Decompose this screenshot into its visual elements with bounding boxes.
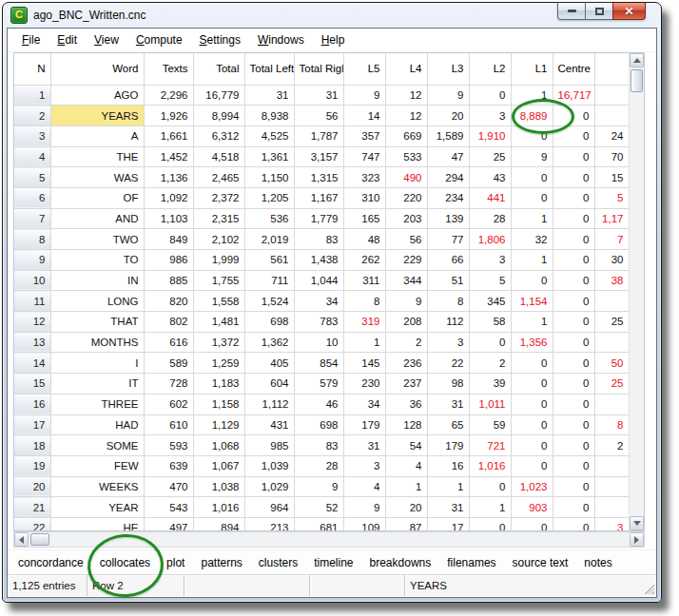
row-number[interactable]: 8	[14, 229, 50, 250]
cell[interactable]: 579	[294, 374, 343, 395]
table-row[interactable]: 8TWO8492,1022,019834856771,8063207	[14, 229, 629, 250]
cell[interactable]: 1,092	[144, 187, 193, 208]
table-row[interactable]: 14I5891,2594058541452362220050	[14, 353, 629, 374]
table-row[interactable]: 22HE49789421368110987170003	[14, 517, 629, 530]
cell[interactable]: 9	[343, 497, 385, 518]
cell[interactable]: 2,372	[193, 187, 244, 208]
cell[interactable]: 9	[511, 146, 553, 167]
row-number[interactable]: 15	[14, 374, 50, 395]
tab-clusters[interactable]: clusters	[258, 554, 299, 571]
cell[interactable]: 3,157	[294, 146, 343, 167]
row-number[interactable]: 3	[14, 125, 50, 146]
cell[interactable]: 1,154	[511, 291, 553, 312]
col-header-l5[interactable]: L5	[343, 53, 385, 85]
cell[interactable]: 14	[343, 106, 385, 126]
cell[interactable]: 0	[511, 125, 553, 146]
cell[interactable]: 0	[511, 187, 553, 208]
cell[interactable]: 0	[553, 229, 594, 250]
table-row[interactable]: 9TO9861,9995611,4382622296631030	[14, 250, 629, 271]
cell[interactable]: 294	[427, 167, 469, 188]
cell[interactable]: 1,481	[193, 312, 244, 333]
tab-timeline[interactable]: timeline	[313, 554, 354, 571]
row-number[interactable]: 7	[14, 208, 50, 229]
row-number[interactable]: 11	[14, 291, 50, 312]
cell[interactable]: 1,17	[594, 208, 629, 229]
cell[interactable]: 8,938	[244, 106, 294, 126]
cell[interactable]: 2	[385, 332, 427, 353]
cell[interactable]: 56	[385, 229, 427, 250]
cell[interactable]: 12	[385, 106, 427, 126]
cell[interactable]: 36	[385, 394, 427, 414]
cell[interactable]: 98	[427, 374, 469, 395]
scroll-down-button[interactable]	[630, 516, 644, 530]
cell[interactable]: 213	[244, 517, 294, 530]
cell[interactable]: 0	[553, 270, 594, 291]
cell[interactable]: 0	[553, 167, 594, 188]
table-row[interactable]: 7AND1,1032,3155361,77916520313928101,17	[14, 208, 629, 229]
cell[interactable]: 0	[469, 476, 511, 497]
cell[interactable]: 25	[469, 146, 511, 167]
cell[interactable]: 0	[553, 435, 594, 456]
tab-patterns[interactable]: patterns	[200, 554, 242, 571]
cell[interactable]: 15	[594, 167, 629, 188]
title-bar[interactable]: C ago_BNC_Written.cnc ✕	[3, 3, 661, 28]
cell[interactable]: 490	[385, 167, 427, 188]
cell[interactable]: 885	[144, 270, 193, 291]
cell[interactable]: 0	[553, 208, 594, 229]
cell[interactable]: 20	[427, 106, 469, 126]
cell[interactable]: 536	[244, 208, 294, 229]
cell[interactable]	[594, 332, 629, 353]
cell[interactable]: 9	[427, 85, 469, 106]
table-row[interactable]: 4THE1,4524,5181,3613,15774753347259070	[14, 146, 629, 167]
cell[interactable]: 43	[469, 167, 511, 188]
cell[interactable]: 1,779	[294, 208, 343, 229]
cell[interactable]: 894	[193, 517, 244, 530]
cell[interactable]: 854	[294, 353, 343, 374]
table-row[interactable]: 20WEEKS4701,0381,029941101,0230	[14, 476, 629, 497]
cell[interactable]: 310	[343, 187, 385, 208]
cell[interactable]: 1,158	[193, 394, 244, 414]
cell[interactable]: 12	[385, 85, 427, 106]
row-number[interactable]: 6	[14, 187, 50, 208]
cell-word[interactable]: IN	[50, 270, 144, 291]
cell[interactable]: 344	[385, 270, 427, 291]
cell[interactable]	[594, 455, 629, 476]
cell[interactable]: 0	[553, 291, 594, 312]
cell[interactable]: 65	[427, 414, 469, 435]
cell-word[interactable]: SOME	[50, 435, 144, 456]
col-header-total-right[interactable]: Total Right	[294, 53, 343, 85]
cell[interactable]: 357	[343, 125, 385, 146]
cell[interactable]: 0	[553, 106, 594, 126]
resize-grip[interactable]	[643, 583, 654, 594]
cell[interactable]: 50	[594, 353, 629, 374]
cell[interactable]: 112	[427, 312, 469, 333]
cell[interactable]: 145	[343, 353, 385, 374]
cell[interactable]: 985	[244, 435, 294, 456]
col-header-total-left[interactable]: Total Left	[244, 53, 294, 85]
cell-word[interactable]: I	[50, 353, 144, 374]
cell[interactable]: 34	[294, 291, 343, 312]
tab-notes[interactable]: notes	[583, 554, 612, 571]
cell[interactable]: 986	[144, 250, 193, 271]
cell-word[interactable]: THE	[50, 146, 144, 167]
cell[interactable]: 1,150	[244, 167, 294, 188]
cell[interactable]: 109	[343, 517, 385, 530]
cell[interactable]: 0	[553, 455, 594, 476]
cell[interactable]: 17	[427, 517, 469, 530]
cell[interactable]: 543	[144, 497, 193, 518]
cell-word[interactable]: LONG	[50, 291, 144, 312]
cell[interactable]: 47	[427, 146, 469, 167]
cell[interactable]: 1,259	[193, 353, 244, 374]
cell-word[interactable]: AGO	[50, 85, 144, 106]
cell[interactable]: 25	[594, 374, 629, 395]
cell[interactable]	[594, 394, 629, 414]
cell[interactable]: 1	[511, 85, 553, 106]
cell[interactable]: 3	[469, 106, 511, 126]
col-header-l2[interactable]: L2	[469, 53, 511, 85]
cell[interactable]: 1,039	[244, 455, 294, 476]
col-header-centre[interactable]: Centre	[553, 53, 594, 85]
col-header-texts[interactable]: Texts	[144, 53, 193, 85]
cell[interactable]: 32	[511, 229, 553, 250]
cell[interactable]: 22	[427, 353, 469, 374]
row-number[interactable]: 13	[14, 332, 50, 353]
